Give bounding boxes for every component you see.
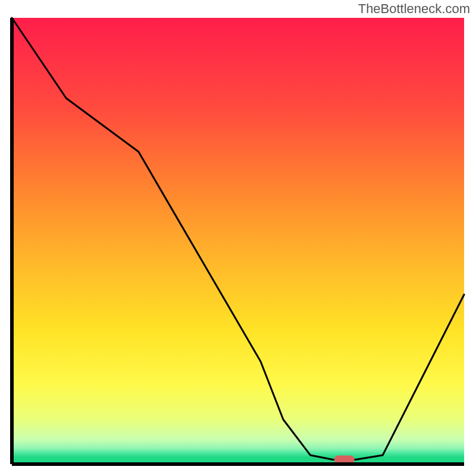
chart-background xyxy=(12,18,464,464)
chart-svg xyxy=(0,0,476,476)
bottleneck-chart: TheBottleneck.com xyxy=(0,0,476,476)
